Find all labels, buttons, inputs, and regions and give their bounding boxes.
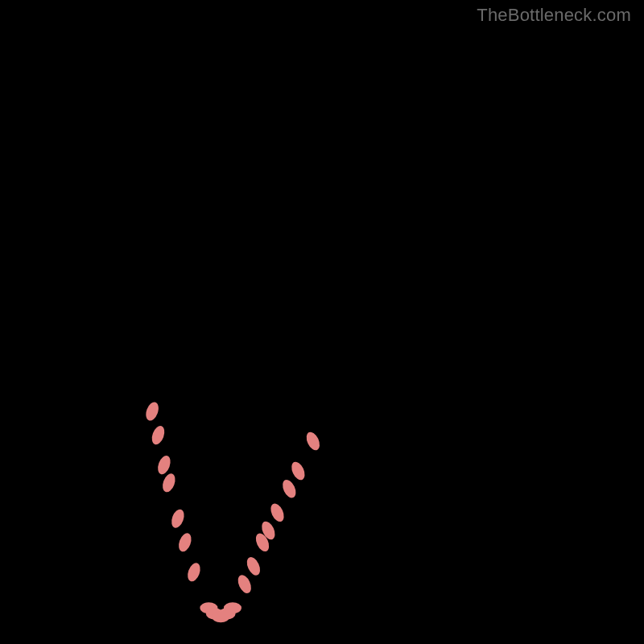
curve-marker xyxy=(224,602,242,613)
curve-marker xyxy=(303,430,322,452)
markers-bottom-group xyxy=(200,602,242,622)
curve-marker xyxy=(244,555,262,578)
curve-marker xyxy=(150,424,167,446)
curve-marker xyxy=(280,477,299,500)
curve-marker xyxy=(160,472,177,493)
curve-marker xyxy=(155,454,172,476)
curve-marker xyxy=(176,531,193,553)
curve-marker xyxy=(289,460,308,482)
watermark-text: TheBottleneck.com xyxy=(477,5,631,26)
curve-marker xyxy=(185,561,202,583)
markers-right-group xyxy=(235,430,322,595)
curve-marker xyxy=(169,508,186,530)
curve-plot xyxy=(24,24,620,620)
bottleneck-curve xyxy=(48,24,620,617)
